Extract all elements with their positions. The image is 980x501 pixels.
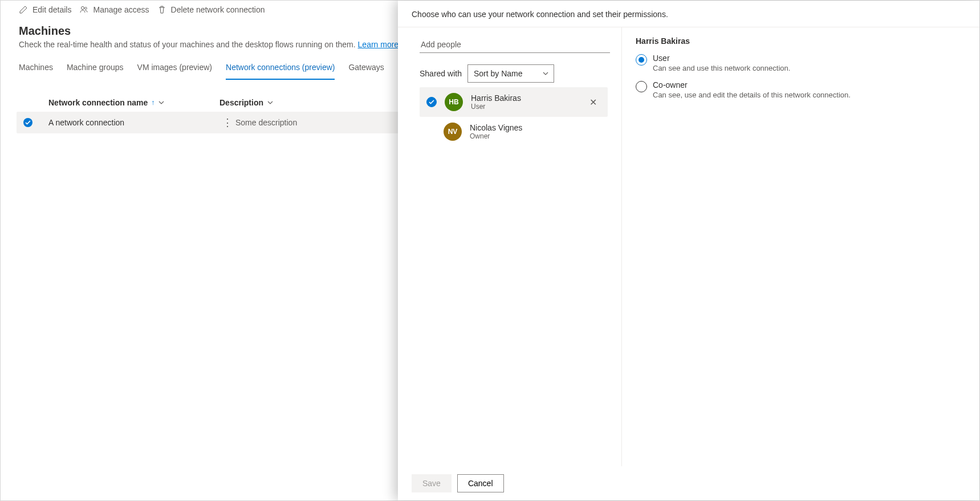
permission-label: Co-owner bbox=[653, 80, 851, 89]
tab-network-connections[interactable]: Network connections (preview) bbox=[226, 60, 335, 80]
permission-option-user[interactable]: User Can see and use this network connec… bbox=[636, 54, 966, 72]
radio-button[interactable] bbox=[636, 81, 647, 92]
tab-gateways[interactable]: Gateways bbox=[348, 60, 384, 80]
share-column: Shared with Sort by Name HB Harris Bakir… bbox=[398, 27, 621, 466]
tab-vm-images[interactable]: VM images (preview) bbox=[137, 60, 212, 80]
people-icon bbox=[79, 5, 88, 14]
delete-label: Delete network connection bbox=[171, 5, 265, 14]
permission-desc: Can see and use this network connection. bbox=[653, 64, 790, 72]
sort-dropdown[interactable]: Sort by Name bbox=[467, 64, 554, 83]
save-button[interactable]: Save bbox=[412, 474, 452, 492]
add-people-input[interactable] bbox=[420, 36, 610, 53]
edit-details-label: Edit details bbox=[32, 5, 71, 14]
trash-icon bbox=[157, 5, 166, 14]
person-row[interactable]: HB Harris Bakiras User ✕ bbox=[420, 87, 608, 117]
person-role: User bbox=[471, 103, 577, 111]
learn-more-link[interactable]: Learn more bbox=[358, 40, 399, 49]
edit-icon bbox=[19, 5, 28, 14]
people-list: HB Harris Bakiras User ✕ NV Nicolas Vign… bbox=[420, 87, 608, 146]
row-menu-button[interactable]: ⋮ bbox=[219, 117, 235, 128]
person-row[interactable]: NV Nicolas Vignes Owner bbox=[420, 117, 608, 146]
column-name-header[interactable]: Network connection name ↑ bbox=[48, 98, 219, 107]
row-name: A network connection bbox=[48, 118, 219, 127]
avatar: HB bbox=[445, 93, 463, 111]
avatar: NV bbox=[444, 123, 462, 141]
cancel-button[interactable]: Cancel bbox=[457, 474, 504, 492]
delete-command[interactable]: Delete network connection bbox=[157, 5, 265, 14]
person-role: Owner bbox=[470, 132, 601, 140]
manage-access-command[interactable]: Manage access bbox=[79, 5, 149, 14]
person-name: Nicolas Vignes bbox=[470, 123, 601, 132]
shared-with-label: Shared with bbox=[420, 69, 462, 78]
tab-machines[interactable]: Machines bbox=[19, 60, 53, 80]
person-name: Harris Bakiras bbox=[471, 93, 577, 103]
person-select-indicator[interactable] bbox=[426, 97, 437, 107]
svg-point-1 bbox=[85, 7, 87, 10]
permissions-column: Harris Bakiras User Can see and use this… bbox=[621, 27, 979, 466]
sort-asc-icon: ↑ bbox=[151, 99, 154, 107]
share-panel: Choose who can use your network connecti… bbox=[398, 1, 979, 500]
panel-title: Choose who can use your network connecti… bbox=[398, 1, 979, 27]
remove-person-button[interactable]: ✕ bbox=[585, 97, 601, 108]
svg-point-0 bbox=[82, 7, 84, 10]
panel-footer: Save Cancel bbox=[398, 466, 979, 500]
chevron-down-icon bbox=[542, 70, 549, 77]
permission-desc: Can see, use and edit the details of thi… bbox=[653, 91, 851, 99]
permission-option-coowner[interactable]: Co-owner Can see, use and edit the detai… bbox=[636, 80, 966, 99]
selected-person-heading: Harris Bakiras bbox=[636, 36, 966, 46]
permission-label: User bbox=[653, 54, 790, 63]
row-selected-icon[interactable] bbox=[23, 118, 32, 127]
manage-access-label: Manage access bbox=[93, 5, 149, 14]
chevron-down-icon bbox=[267, 99, 274, 106]
tab-machine-groups[interactable]: Machine groups bbox=[67, 60, 124, 80]
edit-details-command[interactable]: Edit details bbox=[19, 5, 71, 14]
chevron-down-icon bbox=[158, 99, 165, 106]
radio-button[interactable] bbox=[636, 54, 647, 66]
